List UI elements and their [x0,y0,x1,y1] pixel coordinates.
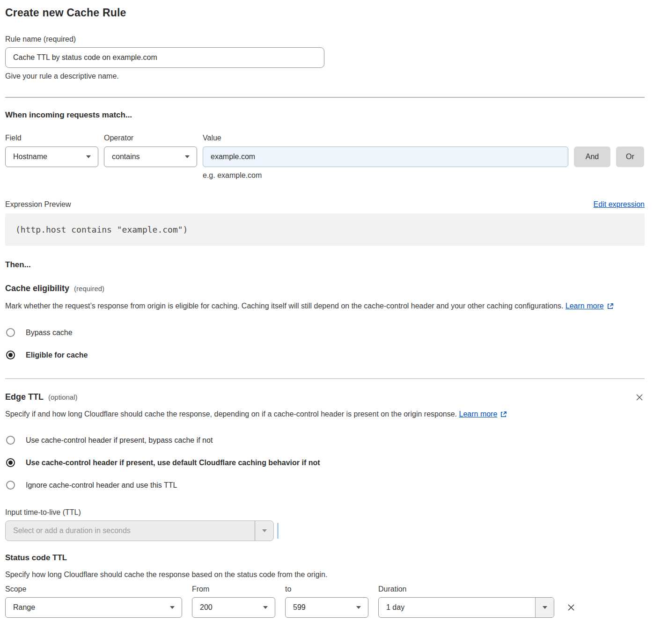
operator-column-label: Operator [104,134,197,142]
chevron-down-icon [86,155,91,158]
rule-name-label: Rule name (required) [5,35,645,44]
expression-preview-label: Expression Preview [5,200,71,209]
operator-select[interactable]: contains [104,146,197,167]
page-title: Create new Cache Rule [5,7,645,19]
cache-eligibility-required-badge: (required) [74,285,104,293]
edge-ttl-close-button[interactable] [634,392,645,402]
text-caret [277,523,279,539]
ttl-duration-select[interactable]: Select or add a duration in seconds [5,520,274,541]
then-heading: Then... [5,260,645,270]
radio-icon [6,436,15,445]
radio-bypass-cache[interactable]: Bypass cache [5,326,645,339]
remove-status-ttl-button[interactable] [566,602,577,613]
from-select-value: 200 [200,603,213,612]
radio-icon [6,328,15,337]
create-cache-rule-form: Create new Cache Rule Rule name (require… [0,0,661,644]
external-link-icon [500,411,507,418]
and-button[interactable]: And [574,146,610,167]
ttl-duration-placeholder: Select or add a duration in seconds [6,521,255,541]
duration-select[interactable]: 1 day [378,597,554,618]
cache-eligibility-learn-more-link[interactable]: Learn more [566,300,604,313]
radio-cc-bypass[interactable]: Use cache-control header if present, byp… [5,434,645,446]
chevron-down-icon [263,606,268,609]
status-code-ttl-description: Specify how long Cloudflare should cache… [5,568,632,581]
duration-label: Duration [378,585,554,593]
chevron-down-icon [262,529,267,532]
to-select[interactable]: 599 [285,597,368,618]
field-column-label: Field [5,134,98,142]
rule-name-input[interactable] [5,47,324,68]
or-button[interactable]: Or [616,146,644,167]
duration-select-value: 1 day [379,598,535,617]
radio-icon [6,481,15,490]
external-link-icon [607,303,614,310]
dropdown-arrow-button[interactable] [255,521,273,541]
from-select[interactable]: 200 [192,597,275,618]
to-label: to [285,585,368,593]
chevron-down-icon [170,606,175,609]
edge-ttl-learn-more-link[interactable]: Learn more [459,408,498,421]
close-icon [566,603,576,612]
rule-name-helper: Give your rule a descriptive name. [5,72,645,80]
expression-preview-code: (http.host contains "example.com") [5,213,645,246]
cache-eligibility-description: Mark whether the request’s response from… [5,300,632,313]
radio-cc-default[interactable]: Use cache-control header if present, use… [5,456,645,469]
radio-selected-icon [6,458,15,467]
edge-ttl-description: Specify if and how long Cloudflare shoul… [5,408,632,421]
from-label: From [192,585,275,593]
section-divider [5,97,645,98]
to-select-value: 599 [293,603,306,612]
scope-select[interactable]: Range [5,597,182,618]
radio-cc-ignore[interactable]: Ignore cache-control header and use this… [5,479,645,491]
match-builder: Field Operator Value Hostname contains A… [5,134,645,180]
radio-selected-icon [6,351,15,359]
value-column-label: Value [203,134,568,142]
section-divider [5,378,645,379]
scope-select-value: Range [13,603,35,612]
dropdown-arrow-button[interactable] [535,598,554,617]
value-helper: e.g. example.com [203,171,568,180]
ttl-input-label: Input time-to-live (TTL) [5,508,645,517]
match-heading: When incoming requests match... [5,110,645,120]
scope-label: Scope [5,585,182,593]
field-select-value: Hostname [13,153,47,161]
field-select[interactable]: Hostname [5,146,98,167]
close-icon [635,393,644,402]
operator-select-value: contains [112,153,140,161]
chevron-down-icon [185,155,190,158]
edit-expression-link[interactable]: Edit expression [594,200,645,209]
chevron-down-icon [356,606,361,609]
edge-ttl-optional-badge: (optional) [48,393,78,401]
cache-eligibility-title: Cache eligibility [5,284,69,293]
status-code-ttl-row: Scope From to Duration Range 200 599 1 d… [5,585,645,618]
radio-eligible-for-cache[interactable]: Eligible for cache [5,349,645,361]
match-value-input[interactable] [203,146,568,167]
chevron-down-icon [543,606,547,609]
status-code-ttl-title: Status code TTL [5,553,645,563]
edge-ttl-title: Edge TTL [5,392,44,402]
